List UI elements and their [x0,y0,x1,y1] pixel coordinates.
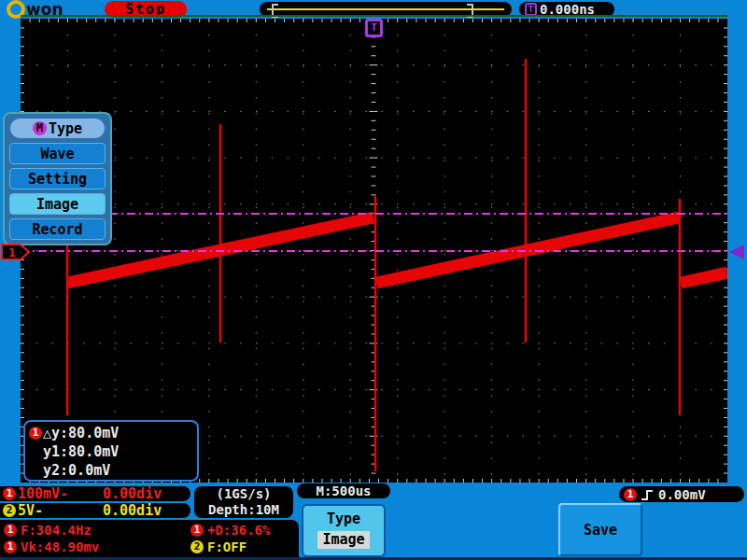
menu-item-setting[interactable]: Setting [9,168,106,189]
softkey-group-label: Type [303,511,384,527]
trigger-t-icon: T [525,3,537,16]
ch2-scale: 5V- [18,502,43,519]
ch1-badge: 1 [29,427,42,440]
softkey-selected-value: Image [317,531,369,549]
waveform-trace[interactable] [681,273,727,283]
sample-rate: (1GS/s) [194,486,293,502]
timebase-readout[interactable]: M:500us [297,483,390,498]
cursor-readout-box: 1 △y:80.0mV y1:80.0mV y2:0.0mV [23,420,199,482]
menu-item-wave[interactable]: Wave [9,143,106,164]
grid-top-border [21,15,727,17]
record-depth: Depth:10M [194,502,293,518]
cursor-delta-y: △y:80.0mV [43,425,119,441]
menu-item-type[interactable]: M Type [9,118,106,139]
meas-ch2-freq: F:OFF [207,539,247,554]
cursor-y2: y2:0.0mV [43,462,110,479]
menu-item-image[interactable]: Image [9,193,106,215]
ch1-scale: 100mV- [18,485,68,502]
ch2-offset: 0.00div [103,503,162,518]
graticule-waveform-svg [21,19,727,483]
oscilloscope-screen: won Stop T 0.000ns T 1 M Type Wave Setti… [0,0,747,560]
meas-duty: +D:36.6% [207,523,270,538]
save-button[interactable]: Save [558,503,642,556]
softkey-type-image[interactable]: Type Image [302,504,386,557]
trigger-level-arrow-icon[interactable] [729,245,744,259]
ch1-badge: 1 [3,487,16,500]
meas-vk: Vk:48.90mv [21,539,99,554]
menu-item-type-label: Type [49,120,82,137]
meas2-badge: 1 [190,524,204,537]
channel2-status[interactable]: 2 5V- 0.00div [0,503,190,518]
measurement-box: 1 F:304.4Hz 1 +D:36.6% 1 Vk:48.90mv 2 F:… [0,520,299,557]
ch1-offset: 0.00div [103,486,162,501]
m-mode-icon: M [33,121,47,135]
sample-rate-box: (1GS/s) Depth:10M [194,486,293,518]
rising-edge-icon [641,488,655,501]
waveform-display-area [21,19,727,483]
meas-frequency: F:304.4Hz [21,523,92,538]
trigger-position-marker[interactable]: T [365,19,383,37]
svg-text:1: 1 [8,245,16,259]
trigger-level-value: 0.00mV [658,487,706,502]
meas4-badge: 2 [190,540,204,553]
cursor-y1: y1:80.0mV [43,443,119,460]
channel1-status[interactable]: 1 100mV- 0.00div [0,486,190,501]
meas3-badge: 1 [4,540,17,553]
side-menu: M Type Wave Setting Image Record [3,112,112,245]
trigger-level-readout[interactable]: 1 0.00mV [619,486,744,502]
ch2-badge: 2 [3,504,16,517]
meas1-badge: 1 [4,524,17,537]
trigger-source-badge: 1 [624,488,637,501]
channel1-position-marker[interactable]: 1 [1,243,31,261]
menu-item-record[interactable]: Record [9,218,106,240]
